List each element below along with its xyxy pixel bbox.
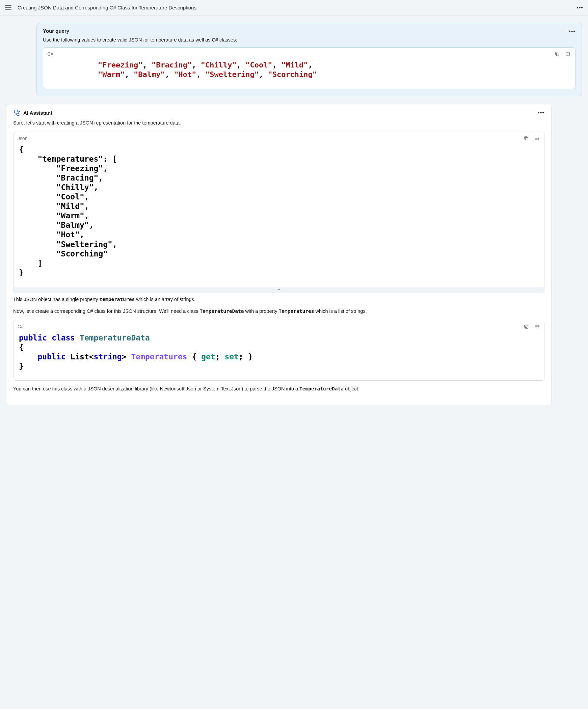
code-lang-label: C# — [47, 51, 53, 57]
header-left: Creating JSON Data and Corresponding C# … — [5, 5, 197, 10]
app-header: Creating JSON Data and Corresponding C# … — [0, 0, 588, 16]
insert-icon[interactable] — [565, 51, 571, 57]
collapse-toggle[interactable] — [13, 287, 544, 293]
svg-rect-11 — [525, 325, 527, 328]
query-more-icon[interactable]: ••• — [569, 28, 576, 35]
svg-rect-6 — [525, 137, 527, 139]
csharp-lang-label: C# — [18, 324, 24, 330]
query-heading: Your query — [43, 28, 69, 34]
csharp-explain-text: Now, let's create a corresponding C# cla… — [13, 308, 544, 315]
copy-icon[interactable] — [554, 51, 560, 57]
csharp-code-block: C# public class TemperatureData { public… — [13, 320, 544, 380]
json-code-actions — [523, 135, 540, 141]
code-block-header: C# — [47, 51, 571, 57]
assistant-response-card: AI Assistant ••• Sure, let's start with … — [6, 104, 552, 405]
spiral-icon — [13, 109, 20, 116]
json-code-content: { "temperatures": [ "Freezing", "Bracing… — [18, 143, 540, 279]
hamburger-icon[interactable] — [5, 5, 11, 10]
svg-rect-10 — [525, 326, 528, 329]
json-explain-text: This JSON object has a single property t… — [13, 296, 544, 304]
svg-rect-0 — [556, 53, 559, 56]
code-actions — [554, 51, 571, 57]
insert-icon[interactable] — [534, 135, 540, 141]
copy-icon[interactable] — [523, 135, 529, 141]
query-header: Your query ••• — [43, 28, 576, 37]
copy-icon[interactable] — [523, 324, 529, 330]
assistant-header: AI Assistant ••• — [13, 109, 544, 116]
assistant-title: AI Assistant — [23, 110, 52, 116]
json-lang-label: Json — [18, 136, 28, 141]
query-code-block: C# "Freezing", "Bracing", "Chilly", "Coo… — [43, 47, 576, 89]
assistant-title-row: AI Assistant — [13, 109, 52, 116]
csharp-code-content: public class TemperatureData { public Li… — [18, 332, 540, 372]
csharp-code-header: C# — [18, 324, 540, 330]
json-code-block: Json { "temperatures": [ "Freezing", "Br… — [13, 132, 544, 287]
query-code-content: "Freezing", "Bracing", "Chilly", "Cool",… — [47, 59, 571, 81]
page-title: Creating JSON Data and Corresponding C# … — [18, 5, 197, 10]
csharp-code-actions — [523, 324, 540, 330]
user-query-card: Your query ••• Use the following values … — [36, 23, 582, 96]
more-options-icon[interactable]: ••• — [577, 4, 583, 11]
svg-rect-5 — [525, 137, 528, 140]
assistant-intro: Sure, let's start with creating a JSON r… — [13, 120, 544, 127]
json-code-header: Json — [18, 135, 540, 141]
query-prompt-text: Use the following values to create valid… — [43, 37, 576, 43]
insert-icon[interactable] — [534, 324, 540, 330]
svg-rect-1 — [556, 52, 558, 55]
conversation-content: Your query ••• Use the following values … — [0, 23, 588, 425]
tail-text: You can then use this class with a JSON … — [13, 385, 544, 393]
assistant-more-icon[interactable]: ••• — [538, 109, 544, 116]
